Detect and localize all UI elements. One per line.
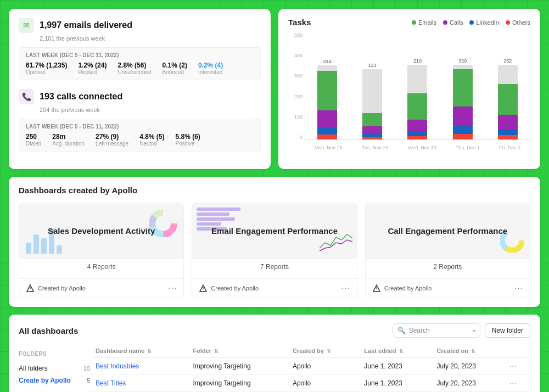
dashboard-card-email[interactable]: Email Engagement Performance 7 Reports [192, 203, 357, 298]
dashboards-heading: Dashboards created by Apollo [19, 186, 530, 195]
email-stat-interested-value: 0.2% (4) [198, 61, 223, 69]
bar-tue: 121 [362, 63, 382, 139]
dots-menu-email[interactable]: ··· [341, 283, 350, 293]
th-created-on[interactable]: Created on ⇅ [432, 344, 505, 358]
bar-wed-others [407, 136, 427, 139]
th-lastedited-sort: ⇅ [399, 349, 404, 354]
bar-mon-linkedin [317, 128, 337, 135]
dashboard-card-call-meta: 2 Reports [366, 258, 530, 278]
bar-wed-linkedin [407, 132, 427, 136]
email-stat-replied-label: Replied [78, 69, 107, 75]
x-label-wed: Wed, Nov 30 [408, 145, 436, 150]
legend-emails: Emails [412, 19, 436, 26]
row-0-lastedited: June 1, 2023 [358, 358, 431, 375]
calls-stat-dialed-label: Dialed [26, 141, 41, 147]
y-axis: 5004003002001000 [288, 32, 302, 140]
legend-others-dot [506, 20, 510, 25]
dashboard-card-sales-createdby: Created by Apollo [26, 284, 86, 293]
dashboard-card-call[interactable]: Call Engagement Performance 2 Reports [365, 203, 530, 298]
dashboard-card-email-meta: 7 Reports [192, 258, 356, 278]
dashboard-cards: Sales Development Activity 4 Reports Cre… [19, 203, 530, 298]
email-stat-bounced: 0.1% (2) Bounced [163, 61, 187, 75]
row-1-name: Best Titles [90, 375, 187, 392]
bar-fri-bg [498, 65, 518, 84]
bar-wed-stack [407, 65, 427, 139]
mini-bar-1 [26, 243, 31, 254]
calls-stat-duration-value: 28m [52, 133, 85, 141]
legend-linkedin-dot [469, 20, 474, 25]
bar-mon-emails [317, 71, 337, 110]
legend-others-label: Others [512, 19, 530, 26]
row-1-name-link[interactable]: Best Titles [96, 379, 126, 387]
apollo-logo-email [199, 284, 208, 293]
calls-subtitle: 204 the previous week [40, 107, 261, 113]
th-folder[interactable]: Folder ⇅ [187, 344, 287, 358]
bar-wed-emails [407, 93, 427, 120]
mini-bar2-1 [197, 208, 240, 211]
x-label-fri: Fri, Dec 2 [499, 145, 520, 150]
th-name-label: Dashboard name [96, 348, 144, 354]
search-box[interactable]: 🔍 Search ▾ [393, 323, 480, 338]
th-actions [504, 344, 530, 358]
folder-all-name: All folders [19, 365, 48, 372]
phone-icon: 📞 [19, 89, 34, 104]
search-placeholder: Search [409, 327, 469, 334]
dots-menu-call[interactable]: ··· [514, 283, 523, 293]
created-by-sales-label: Created by Apollo [38, 285, 86, 292]
bar-thu-bg [453, 65, 473, 69]
new-folder-button[interactable]: New folder [485, 323, 530, 338]
folder-item-apollo[interactable]: Create by Apollo 5 [19, 374, 90, 387]
email-stat-bounced-value: 0.1% (2) [163, 61, 187, 69]
bar-wed-bg [407, 65, 427, 93]
main-container: ✉ 1,997 emails delivered 2,101 the previ… [0, 0, 549, 392]
row-1-actions: ··· [504, 375, 530, 392]
dashboard-card-call-thumb: Call Engagement Performance [366, 203, 530, 258]
bar-fri-emails [498, 84, 518, 115]
calls-stat-leftmsg-value: 27% (9) [96, 133, 128, 141]
row-0-name-link[interactable]: Best Industries [96, 362, 139, 370]
calls-stats-box: LAST WEEK (DEC 5 - DEC 11, 2022) 250 Dia… [19, 119, 261, 152]
dashboard-card-sales[interactable]: Sales Development Activity 4 Reports Cre… [19, 203, 184, 298]
calls-stats-label: LAST WEEK (DEC 5 - DEC 11, 2022) [26, 124, 254, 130]
th-createdon-sort: ⇅ [471, 349, 475, 354]
email-stat-unsub: 2.8% (56) Unsubscribed [117, 61, 151, 75]
th-last-edited[interactable]: Last edited ⇅ [358, 344, 431, 358]
calls-section-header: 📞 193 calls connected [19, 89, 261, 104]
tasks-legend: Emails Calls LinkedIn Others [412, 19, 530, 26]
row-0-createdby: Apollo [287, 358, 358, 375]
legend-emails-dot [412, 20, 416, 25]
x-labels: Mon, Nov 28 Tue, Nov 29 Wed, Nov 30 Thu,… [305, 145, 530, 150]
bar-thu-label: 320 [458, 58, 467, 64]
th-dashboard-name[interactable]: Dashboard name ⇅ [90, 344, 187, 358]
bar-fri-linkedin [498, 129, 518, 135]
bar-fri-stack [498, 65, 518, 139]
row-1-createdon: July 20, 2023 [432, 375, 505, 392]
bar-mon-bg [317, 65, 337, 71]
dashboard-card-call-footer: Created by Apollo ··· [366, 278, 530, 298]
email-stat-unsub-label: Unsubscribed [117, 69, 151, 75]
mini-bar2-2 [197, 212, 229, 216]
dashboard-card-email-createdby: Created by Apollo [199, 284, 259, 293]
row-0-dots[interactable]: ··· [509, 362, 517, 370]
bar-tue-calls [362, 126, 382, 134]
dashboards-section: Dashboards created by Apollo [9, 177, 540, 307]
calls-stat-neutral-value: 4.8% (5) [139, 133, 164, 141]
calls-stat-dialed-value: 250 [26, 133, 41, 141]
calls-stat-leftmsg: 27% (9) Left message [96, 133, 128, 147]
bar-mon-calls [317, 110, 337, 128]
th-created-by[interactable]: Created by ⇅ [287, 344, 358, 358]
row-1-dots[interactable]: ··· [509, 379, 517, 387]
folder-item-all[interactable]: All folders 10 [19, 362, 90, 374]
table-header-row: Dashboard name ⇅ Folder ⇅ Created by ⇅ [90, 344, 530, 358]
bar-fri-calls [498, 115, 518, 129]
x-label-mon: Mon, Nov 28 [315, 145, 343, 150]
all-dashboards-section: All dashboards 🔍 Search ▾ New folder FOL… [9, 315, 540, 392]
email-stat-unsub-value: 2.8% (56) [117, 61, 151, 69]
bar-fri: 252 [498, 58, 518, 139]
bar-fri-others [498, 135, 518, 139]
folders-sidebar: FOLDERS All folders 10 Create by Apollo … [19, 344, 90, 392]
search-caret: ▾ [473, 328, 475, 334]
email-icon: ✉ [19, 18, 34, 33]
created-by-call-label: Created by Apollo [384, 285, 432, 292]
dots-menu-sales[interactable]: ··· [168, 283, 177, 293]
